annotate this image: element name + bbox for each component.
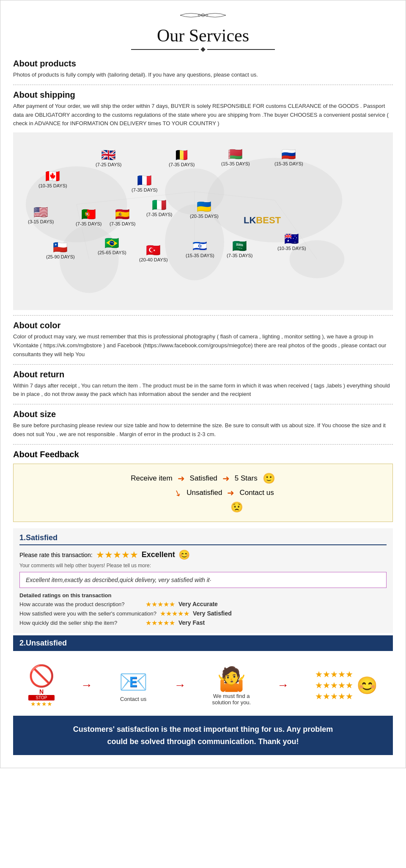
help-text: Your comments will help other buyers! Pl… xyxy=(19,563,387,569)
about-color-text: Color of product may vary, we must remem… xyxy=(13,332,393,359)
bottom-tagline: Customers' satisfaction is the most impo… xyxy=(13,716,393,755)
rate-stars: ★★★★★ xyxy=(96,549,138,560)
excellent-emoji: 😊 xyxy=(178,549,190,560)
divider-4 xyxy=(13,404,393,404)
divider-3 xyxy=(13,364,393,365)
contact-us-label: Contact us xyxy=(239,489,274,497)
divider-5 xyxy=(13,444,393,445)
frown-emoji-row: 😟 xyxy=(230,501,243,513)
about-products-text: Photos of products is fully comply with … xyxy=(13,71,393,80)
final-smiley: 😊 xyxy=(357,676,378,695)
flag-russia: 🇷🇺 (15-35 DAYS) xyxy=(274,148,303,166)
rating-row-3: How quickly did the seller ship the item… xyxy=(19,619,387,627)
smile-emoji: 🙂 xyxy=(263,472,275,484)
final-stars-row2: ★★★★★ xyxy=(315,680,353,690)
flow-satisfied-row: Receive item ➜ Satisfied ➜ 5 Stars 🙂 xyxy=(131,472,275,484)
page-wrapper: Our Services About products Photos of pr… xyxy=(0,0,406,768)
rating-value-1: Very Accurate xyxy=(178,601,218,607)
section-about-return: About return Within 7 days after receipt… xyxy=(13,370,393,399)
unsat-arrow-3: → xyxy=(277,678,289,692)
flag-chile: 🇨🇱 (25-90 DAYS) xyxy=(46,242,75,259)
no-stop-wrapper: 🚫 N STOP ★★★★ xyxy=(28,664,55,707)
satisfied-section: 1.Satisfied Please rate this transaction… xyxy=(13,528,393,633)
header-decoration xyxy=(13,9,393,23)
svg-point-2 xyxy=(206,14,208,16)
tagline-line1: Customers' satisfaction is the most impo… xyxy=(26,723,380,736)
rating-stars-2: ★★★★★ xyxy=(160,610,189,618)
flag-spain: 🇪🇸 (7-35 DAYS) xyxy=(110,209,136,226)
email-icon: 📧 xyxy=(119,668,148,696)
about-return-title: About return xyxy=(13,370,393,379)
unsat-arrow-2: → xyxy=(174,678,186,692)
rating-stars-3: ★★★★★ xyxy=(145,619,175,627)
final-stars: ★★★★★ ★★★★★ ★★★★★ xyxy=(315,669,353,701)
question-icon: 🤷 xyxy=(212,665,251,693)
flag-belgium: 🇧🇪 (7-35 DAYS) xyxy=(169,149,195,167)
star-row-1: ★★★★ xyxy=(28,700,55,707)
about-shipping-title: About shipping xyxy=(13,90,393,100)
rate-row: Please rate this transaction: ★★★★★ Exce… xyxy=(19,549,387,560)
flag-portugal: 🇵🇹 (7-35 DAYS) xyxy=(76,209,102,226)
flag-uk: 🇬🇧 (7-25 DAYS) xyxy=(96,149,122,167)
feedback-flow: Receive item ➜ Satisfied ➜ 5 Stars 🙂 ↘ U… xyxy=(30,472,376,513)
about-return-text: Within 7 days after receipt , You can re… xyxy=(13,382,393,399)
final-stars-row3: ★★★★★ xyxy=(315,691,353,701)
divider-1 xyxy=(13,85,393,85)
unsat-step-4: ★★★★★ ★★★★★ ★★★★★ 😊 xyxy=(315,669,378,701)
feedback-flow-box: Receive item ➜ Satisfied ➜ 5 Stars 🙂 ↘ U… xyxy=(13,464,393,522)
rating-stars-1: ★★★★★ xyxy=(145,600,175,608)
flag-turkey: 🇹🇷 (20-40 DAYS) xyxy=(139,244,168,262)
about-products-title: About products xyxy=(13,59,393,69)
unsat-step-2: 📧 Contact us xyxy=(119,668,148,702)
stop-sign: STOP xyxy=(28,695,55,700)
ratings-table-label: Detailed ratings on this transaction xyxy=(19,592,387,599)
frown-emoji: 😟 xyxy=(230,501,243,513)
section-about-feedback: About Feedback Receive item ➜ Satisfied … xyxy=(13,450,393,711)
flag-israel: 🇮🇱 (15-35 DAYS) xyxy=(186,240,214,258)
flag-italy: 🇮🇹 (7-35 DAYS) xyxy=(146,199,173,217)
flow-unsatisfied-row: ↘ Unsatisfied ➜ Contact us xyxy=(174,488,274,498)
section-about-shipping: About shipping After payment of Your ord… xyxy=(13,90,393,128)
about-color-title: About color xyxy=(13,321,393,330)
unsatisfied-section: 2.Unsatisfied 🚫 N STOP ★★★★ → 📧 Contact … xyxy=(13,635,393,711)
title-underline xyxy=(13,48,393,51)
unsatisfied-label: Unsatisfied xyxy=(187,489,222,497)
flag-ukraine: 🇺🇦 (20-35 DAYS) xyxy=(190,201,219,219)
section-about-color: About color Color of product may vary, w… xyxy=(13,321,393,359)
arrow-4: ➜ xyxy=(227,488,234,498)
no-sign: 🚫 xyxy=(28,664,55,688)
flag-belarus: 🇧🇾 (15-35 DAYS) xyxy=(221,148,250,166)
lkbest-brand: LKBEST xyxy=(244,215,281,226)
about-feedback-title: About Feedback xyxy=(13,450,393,459)
satisfied-section-title: 1.Satisfied xyxy=(19,533,387,545)
rating-value-2: Very Satisfied xyxy=(193,610,232,617)
arrow-2: ➜ xyxy=(222,473,230,483)
section-about-size: About size Be sure before purchasing ple… xyxy=(13,409,393,439)
rating-label-1: How accurate was the product description… xyxy=(19,601,142,607)
flag-canada: 🇨🇦 (10-35 DAYS) xyxy=(38,170,67,188)
rate-label: Please rate this transaction: xyxy=(19,552,93,558)
final-stars-row1: ★★★★★ xyxy=(315,669,353,679)
five-stars-label: 5 Stars xyxy=(235,474,258,483)
svg-point-1 xyxy=(198,14,200,16)
page-title: Our Services xyxy=(13,25,393,46)
about-size-text: Be sure before purchasing please review … xyxy=(13,421,393,439)
unsat-step-3: 🤷 We must find a solution for you. xyxy=(212,665,251,706)
flag-saudi: 🇸🇦 (7-35 DAYS) xyxy=(227,240,253,258)
rating-label-3: How quickly did the seller ship the item… xyxy=(19,620,142,626)
excellent-text: Excellent xyxy=(142,550,175,559)
unsatisfied-flow: 🚫 N STOP ★★★★ → 📧 Contact us → 🤷 We must xyxy=(13,655,393,711)
satisfied-label: Satisfied xyxy=(190,474,217,483)
unsatisfied-title-bar: 2.Unsatisfied xyxy=(13,635,393,651)
contact-us-step: Contact us xyxy=(120,696,146,702)
flag-australia: 🇦🇺 (10-35 DAYS) xyxy=(277,233,306,251)
rating-row-2: How satisfied were you with the seller's… xyxy=(19,610,387,618)
about-size-title: About size xyxy=(13,409,393,419)
arrow-1: ➜ xyxy=(178,473,185,483)
solution-label: We must find a solution for you. xyxy=(212,693,251,706)
divider-2 xyxy=(13,315,393,316)
flag-brazil: 🇧🇷 (25-65 DAYS) xyxy=(98,237,126,255)
ratings-table: Detailed ratings on this transaction How… xyxy=(19,592,387,627)
unsatisfied-section-title: 2.Unsatisfied xyxy=(19,639,67,647)
rating-label-2: How satisfied were you with the seller's… xyxy=(19,610,156,617)
